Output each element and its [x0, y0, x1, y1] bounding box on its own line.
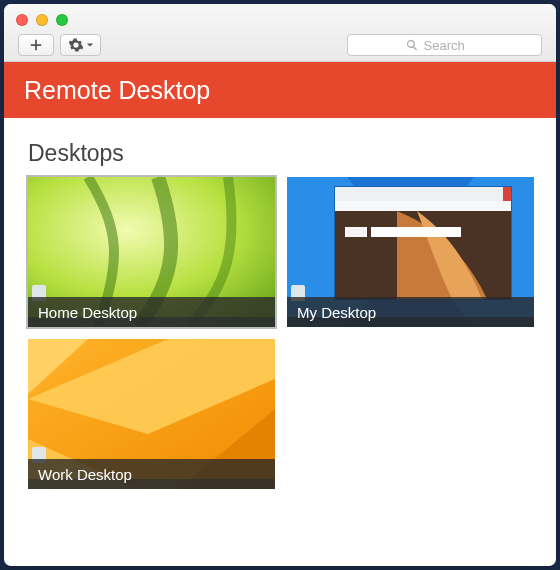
- app-title: Remote Desktop: [24, 76, 210, 105]
- desktop-tile-label: Home Desktop: [28, 297, 275, 327]
- desktops-grid: Home Desktop: [28, 177, 534, 489]
- search-input[interactable]: [424, 38, 484, 53]
- svg-rect-9: [335, 201, 511, 211]
- gear-icon: [69, 38, 83, 52]
- desktop-tile-label: Work Desktop: [28, 459, 275, 489]
- plus-icon: [29, 38, 43, 52]
- add-button[interactable]: [18, 34, 54, 56]
- app-banner: Remote Desktop: [4, 62, 556, 118]
- minimize-window-button[interactable]: [36, 14, 48, 26]
- app-window: Remote Desktop Desktops: [4, 4, 556, 566]
- svg-rect-7: [335, 187, 511, 201]
- desktop-tile[interactable]: Work Desktop: [28, 339, 275, 489]
- maximize-window-button[interactable]: [56, 14, 68, 26]
- content-area: Desktops Home Desktop: [4, 118, 556, 566]
- desktop-tile-label: My Desktop: [287, 297, 534, 327]
- desktop-tile[interactable]: Home Desktop: [28, 177, 275, 327]
- window-controls: [16, 14, 68, 26]
- settings-menu-button[interactable]: [60, 34, 101, 56]
- search-icon: [406, 39, 418, 51]
- titlebar: [4, 4, 556, 62]
- svg-rect-11: [345, 227, 367, 237]
- toolbar: [18, 34, 101, 56]
- chevron-down-icon: [86, 41, 94, 49]
- section-title: Desktops: [28, 140, 534, 167]
- svg-rect-8: [503, 187, 511, 201]
- desktop-tile[interactable]: My Desktop: [287, 177, 534, 327]
- svg-rect-12: [371, 227, 461, 237]
- search-field-container[interactable]: [347, 34, 542, 56]
- close-window-button[interactable]: [16, 14, 28, 26]
